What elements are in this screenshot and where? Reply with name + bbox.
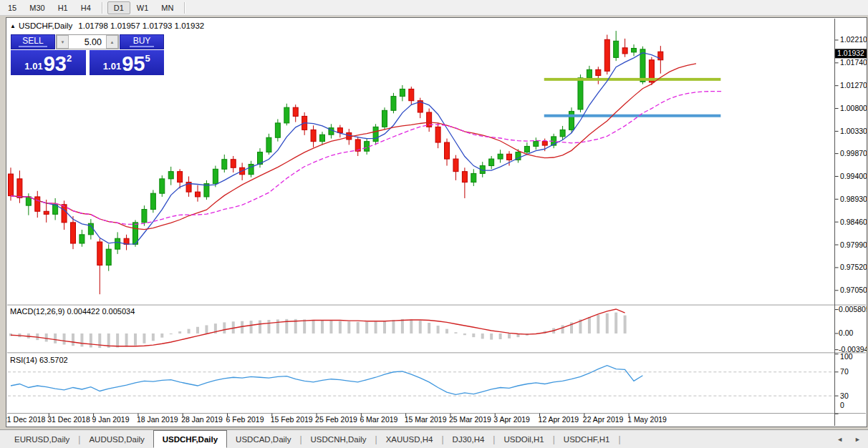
buy-price-display[interactable]: 1.01 95 5 [90,50,165,75]
macd-histogram-bar [597,315,599,333]
svg-text:1.01932: 1.01932 [837,49,864,57]
collapse-trade-panel-icon[interactable]: ▲ [10,23,16,29]
rsi-line [11,366,642,395]
chart-tabs-bar: EURUSD,Daily|AUDUSD,DailyUSDCHF,DailyUSD… [0,429,868,448]
rsi-tick-label: 30 [840,392,849,400]
macd-histogram-bar [357,322,360,333]
rsi-panel: 10070300 [8,353,853,414]
macd-histogram-bar [63,333,66,345]
ma-medium-line [11,64,696,230]
tab-XAUUSD-H4[interactable]: XAUUSD,H4 [377,430,442,448]
macd-histogram-bar [481,333,484,339]
macd-histogram-bar [508,333,511,339]
macd-histogram-bar [490,333,493,340]
chart-canvas[interactable]: 1.022101.017401.012701.008001.003300.998… [6,18,867,427]
macd-histogram-bar [303,319,306,333]
macd-indicator-label: MACD(12,26,9) 0.004422 0.005034 [10,307,135,316]
timeframe-button-M30[interactable]: M30 [23,1,51,14]
date-tick-label: 22 Apr 2019 [583,416,624,424]
price-tick-label: 0.98930 [840,195,867,203]
ma-fast-line [11,53,660,244]
date-tick-label: 25 Mar 2019 [449,416,491,424]
sell-price-display[interactable]: 1.01 93 2 [11,50,86,75]
tab-USDCHF-Daily[interactable]: USDCHF,Daily [153,430,227,448]
date-tick-label: 21 Dec 2018 [6,416,46,424]
tab-AUDUSD-Daily[interactable]: AUDUSD,Daily [80,430,153,448]
macd-histogram-bar [223,322,226,333]
rsi-tick-label: 0 [840,401,844,409]
timeframe-button-D1[interactable]: D1 [107,1,130,14]
macd-histogram-bar [614,313,617,333]
tab-USDCAD-Daily[interactable]: USDCAD,Daily [227,430,299,448]
resistance-line[interactable] [544,78,721,81]
timeframe-button-H1[interactable]: H1 [52,1,74,14]
tab-scroll-right-icon[interactable]: ► [854,436,861,443]
macd-panel: 0.0058050.00-0.003945 [9,306,867,354]
tab-divider: | [618,430,620,448]
macd-histogram-bar [428,323,430,333]
tab-USDOil-H1[interactable]: USDOil,H1 [495,430,552,448]
tab-USDCHF-H1[interactable]: USDCHF,H1 [555,430,619,448]
buy-button[interactable]: BUY [120,34,164,49]
toolbar-divider [102,2,103,14]
macd-histogram-bar [54,333,57,344]
ma-slow-line [11,92,723,225]
macd-histogram-bar [454,332,457,333]
tab-DJ30-H4[interactable]: DJ30,H4 [444,430,493,448]
date-tick-label: 28 Jan 2019 [181,416,223,424]
volume-decrease-button[interactable]: ▼ [57,35,69,49]
price-tick-label: 0.97990 [840,241,867,249]
trading-terminal: 15M30H1H4D1W1MN 1.022101.017401.012701.0… [0,0,868,448]
sell-button[interactable]: SELL [11,34,55,49]
volume-input[interactable]: 5.00 [69,35,106,49]
current-price-badge: 1.01932 [835,49,867,58]
timeframe-button-15[interactable]: 15 [1,1,23,14]
timeframe-toolbar: 15M30H1H4D1W1MN [0,0,868,16]
date-tick-label: 15 Mar 2019 [405,416,447,424]
timeframe-button-H4[interactable]: H4 [74,1,97,14]
macd-histogram-bar [410,319,413,333]
macd-histogram-bar [472,333,475,337]
macd-tick-label: 0.00 [839,329,854,337]
date-tick-label: 6 Mar 2019 [360,416,397,424]
macd-histogram-bar [152,333,155,341]
macd-histogram-bar [80,333,83,346]
date-tick-label: 31 Dec 2018 [47,416,90,424]
macd-histogram-bar [205,325,208,333]
macd-histogram-bar [499,333,502,339]
macd-histogram-bar [170,333,173,334]
macd-histogram-bar [375,321,377,333]
chart-ohlc-values: 1.01798 1.01957 1.01793 1.01932 [78,21,204,30]
date-tick-label: 9 Jan 2019 [92,416,130,424]
buy-price-pip: 5 [145,54,150,63]
support-line[interactable] [544,115,721,117]
macd-histogram-bar [437,326,440,333]
macd-histogram-bar [463,333,466,335]
macd-tick-label: 0.005805 [839,306,867,313]
macd-histogram-bar [312,320,315,333]
volume-increase-button[interactable]: ▲ [106,35,118,49]
date-tick-label: 12 Apr 2019 [539,416,579,424]
price-tick-label: 1.00800 [840,104,867,112]
tab-USDCNH-Daily[interactable]: USDCNH,Daily [302,430,375,448]
macd-histogram-bar [624,316,627,333]
tab-scroll-arrows: ◄► [836,430,868,448]
macd-histogram-bar [339,321,342,333]
macd-histogram-bar [196,327,199,333]
tab-scroll-left-icon[interactable]: ◄ [836,436,843,443]
price-tick-label: 0.99870 [840,150,867,157]
price-tick-label: 0.97050 [840,286,867,294]
sell-price-prefix: 1.01 [24,62,42,73]
macd-histogram-bar [419,321,422,333]
timeframe-button-MN[interactable]: MN [155,1,180,14]
macd-histogram-bar [365,322,368,333]
date-tick-label: 25 Feb 2019 [315,416,357,424]
rsi-tick-label: 100 [840,353,853,361]
tab-EURUSD-Daily[interactable]: EURUSD,Daily [6,430,78,448]
macd-histogram-bar [45,333,48,342]
date-tick-label: 15 Feb 2019 [271,416,313,424]
timeframe-button-W1[interactable]: W1 [130,1,155,14]
buy-price-big: 95 [122,55,145,73]
macd-histogram-bar [90,333,92,348]
rsi-indicator-label: RSI(14) 63.5702 [10,356,68,364]
